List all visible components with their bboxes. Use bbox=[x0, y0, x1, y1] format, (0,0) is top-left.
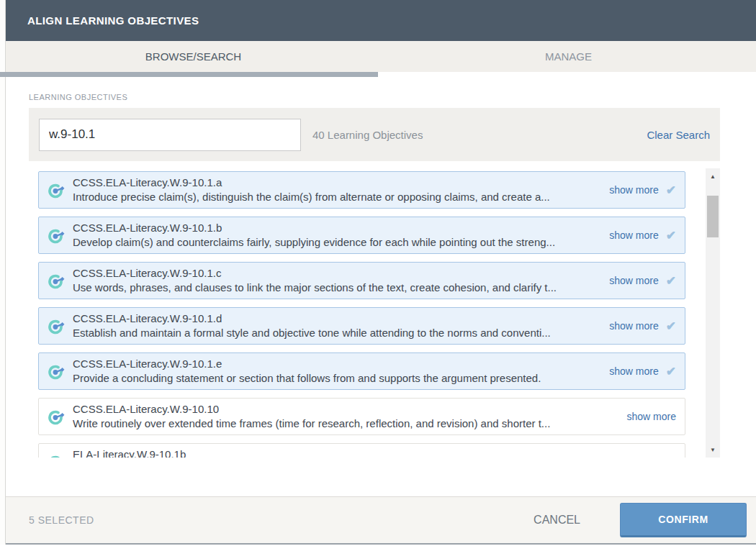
objective-row[interactable]: CCSS.ELA-Literacy.W.9-10.1.d Establish a… bbox=[38, 307, 685, 345]
objective-row[interactable]: CCSS.ELA-Literacy.W.9-10.1.b Develop cla… bbox=[38, 217, 685, 254]
target-node-icon bbox=[46, 181, 66, 200]
target-node-icon bbox=[46, 362, 66, 381]
scrollbar-thumb[interactable] bbox=[707, 196, 719, 237]
scroll-up-icon: ▲ bbox=[710, 173, 716, 180]
objective-code: CCSS.ELA-Literacy.W.9-10.1.e bbox=[73, 357, 600, 371]
target-node-icon bbox=[46, 407, 66, 427]
objective-description: Introduce precise claim(s), distinguish … bbox=[73, 190, 600, 204]
objective-text: CCSS.ELA-Literacy.W.9-10.1.e Provide a c… bbox=[73, 357, 600, 386]
page-behind-sliver bbox=[0, 0, 6, 545]
objective-row[interactable]: CCSS.ELA-Literacy.W.9-10.1.e Provide a c… bbox=[38, 352, 685, 390]
dialog-header: ALIGN LEARNING OBJECTIVES bbox=[6, 0, 756, 41]
search-panel: 40 Learning Objectives Clear Search bbox=[29, 108, 720, 161]
dialog-title: ALIGN LEARNING OBJECTIVES bbox=[27, 14, 199, 27]
selected-check-icon: ✔ bbox=[666, 183, 676, 198]
results-count: 40 Learning Objectives bbox=[312, 129, 647, 141]
objective-row[interactable]: CCSS.ELA-Literacy.W.9-10.1.a Introduce p… bbox=[38, 171, 685, 209]
objective-description: Provide a concluding statement or sectio… bbox=[73, 371, 600, 386]
selected-check-icon: ✔ bbox=[666, 273, 676, 288]
objective-code: CCSS.ELA-Literacy.W.9-10.1.a bbox=[73, 176, 600, 190]
dialog-footer: 5 SELECTED CANCEL CONFIRM bbox=[6, 496, 756, 543]
tab-browse-search[interactable]: BROWSE/SEARCH bbox=[6, 41, 381, 72]
scroll-down-button[interactable]: ▼ bbox=[706, 442, 720, 458]
target-node-icon bbox=[46, 452, 66, 458]
objective-text: CCSS.ELA-Literacy.W.9-10.1.d Establish a… bbox=[73, 311, 600, 340]
show-more-link[interactable]: show more bbox=[609, 320, 658, 332]
scroll-down-icon: ▼ bbox=[710, 447, 716, 453]
objective-text: ELA-Literacy.W.9-10.1b bbox=[73, 447, 676, 458]
tab-manage[interactable]: MANAGE bbox=[381, 41, 756, 72]
objective-row[interactable]: CCSS.ELA-Literacy.W.9-10.10 Write routin… bbox=[38, 398, 685, 435]
objective-row[interactable]: CCSS.ELA-Literacy.W.9-10.1.c Use words, … bbox=[38, 262, 685, 299]
align-learning-objectives-dialog: ALIGN LEARNING OBJECTIVES BROWSE/SEARCH … bbox=[6, 0, 756, 545]
target-node-icon bbox=[46, 271, 66, 291]
objective-code: ELA-Literacy.W.9-10.1b bbox=[73, 447, 676, 458]
show-more-link[interactable]: show more bbox=[609, 229, 658, 241]
scroll-up-button[interactable]: ▲ bbox=[706, 168, 720, 184]
list-scrollbar[interactable]: ▲ ▼ bbox=[706, 168, 720, 458]
show-more-link[interactable]: show more bbox=[627, 411, 676, 422]
selected-count: 5 SELECTED bbox=[29, 514, 534, 526]
clear-search-link[interactable]: Clear Search bbox=[647, 129, 710, 141]
show-more-link[interactable]: show more bbox=[609, 365, 658, 377]
learning-objectives-label: LEARNING OBJECTIVES bbox=[29, 93, 720, 101]
search-input[interactable] bbox=[39, 119, 301, 151]
objective-text: CCSS.ELA-Literacy.W.9-10.10 Write routin… bbox=[73, 402, 618, 431]
objective-description: Establish and maintain a formal style an… bbox=[73, 326, 600, 340]
dialog-body: LEARNING OBJECTIVES 40 Learning Objectiv… bbox=[6, 77, 756, 496]
cancel-button[interactable]: CANCEL bbox=[534, 514, 580, 527]
active-tab-indicator bbox=[0, 72, 378, 77]
selected-check-icon: ✔ bbox=[666, 228, 676, 243]
objectives-list-wrapper: CCSS.ELA-Literacy.W.9-10.1.a Introduce p… bbox=[38, 168, 720, 458]
objective-row[interactable]: ELA-Literacy.W.9-10.1b bbox=[38, 443, 685, 458]
objective-code: CCSS.ELA-Literacy.W.9-10.1.d bbox=[73, 311, 600, 326]
show-more-link[interactable]: show more bbox=[609, 184, 658, 196]
objective-code: CCSS.ELA-Literacy.W.9-10.10 bbox=[73, 402, 618, 417]
objective-description: Write routinely over extended time frame… bbox=[73, 417, 618, 431]
show-more-link[interactable]: show more bbox=[609, 275, 658, 286]
confirm-button[interactable]: CONFIRM bbox=[620, 503, 747, 537]
objective-text: CCSS.ELA-Literacy.W.9-10.1.a Introduce p… bbox=[73, 176, 600, 204]
target-node-icon bbox=[46, 317, 66, 336]
objective-code: CCSS.ELA-Literacy.W.9-10.1.b bbox=[73, 221, 600, 235]
objective-text: CCSS.ELA-Literacy.W.9-10.1.b Develop cla… bbox=[73, 221, 600, 250]
tab-browse-search-label: BROWSE/SEARCH bbox=[145, 50, 241, 63]
objective-description: Develop claim(s) and counterclaims fairl… bbox=[73, 235, 600, 250]
objective-code: CCSS.ELA-Literacy.W.9-10.1.c bbox=[73, 266, 600, 281]
objective-text: CCSS.ELA-Literacy.W.9-10.1.c Use words, … bbox=[73, 266, 600, 295]
selected-check-icon: ✔ bbox=[666, 364, 676, 379]
tab-manage-label: MANAGE bbox=[545, 50, 592, 63]
target-node-icon bbox=[46, 226, 66, 245]
objective-description: Use words, phrases, and clauses to link … bbox=[73, 281, 600, 295]
tab-bar: BROWSE/SEARCH MANAGE bbox=[6, 41, 756, 72]
objectives-list: CCSS.ELA-Literacy.W.9-10.1.a Introduce p… bbox=[38, 168, 685, 458]
selected-check-icon: ✔ bbox=[666, 319, 676, 334]
